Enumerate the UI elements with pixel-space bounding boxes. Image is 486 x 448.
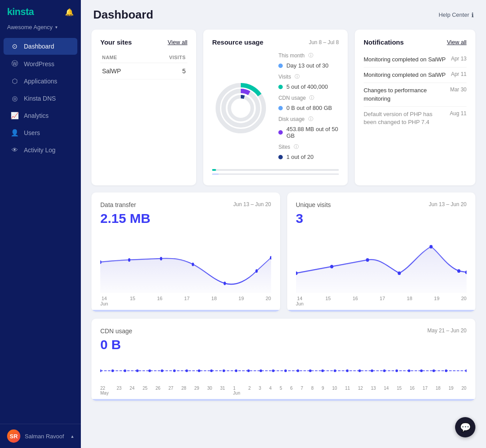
notifications-title: Notifications [364,38,404,46]
notif-date: Aug 11 [450,110,467,126]
disk-value: 453.88 MB out of 50 GB [286,126,339,139]
svg-point-4 [229,97,252,120]
dot-visits [278,85,283,89]
svg-point-25 [161,369,163,372]
sites-label: Sites [278,144,290,150]
sidebar-item-wordpress[interactable]: Ⓦ WordPress [4,55,77,72]
notif-text: Monitoring completed on SalWP [364,56,446,64]
charts-row: Data transfer Jun 13 – Jun 20 2.15 MB [91,192,475,312]
notif-item: Default version of PHP has been changed … [364,107,467,130]
notifications-list: Monitoring completed on SalWP Apr 13 Mon… [364,52,467,130]
svg-point-29 [210,369,213,372]
svg-point-44 [395,369,398,372]
disk-label: Disk usage [278,116,304,122]
sidebar-nav: ⊙ Dashboard Ⓦ WordPress ⬡ Applications ◎… [0,36,81,424]
data-transfer-header: Data transfer Jun 13 – Jun 20 [100,201,271,208]
agency-selector[interactable]: Awesome Agency ▾ [0,22,81,36]
site-name: SalWP [100,63,146,79]
info-icon: ⓘ [308,116,313,122]
sidebar-item-analytics[interactable]: 📈 Analytics [4,107,77,124]
svg-point-34 [272,369,274,372]
cdn-x-axis: 22May 23 24 25 26 27 28 29 30 31 1Jun 2 … [100,384,467,399]
scrollbar-thumb [287,310,476,312]
help-center-link[interactable]: Help Center ℹ [439,11,474,19]
svg-point-43 [383,369,386,372]
sidebar-item-label: Dashboard [24,43,54,50]
user-name: Salman Ravoof [25,433,64,440]
resource-date-range: Jun 8 – Jul 8 [309,39,339,45]
notifications-card: Notifications View all Monitoring comple… [355,30,475,185]
sidebar-item-label: Applications [24,78,57,85]
cdn-range: May 21 – Jun 20 [427,328,467,335]
sidebar-item-users[interactable]: 👤 Users [4,124,77,141]
sidebar-item-label: Activity Log [24,147,56,154]
notif-date: Apr 13 [451,56,467,64]
resource-card-title: Resource usage [212,38,263,46]
cdn-value: 0 B out of 800 GB [286,105,332,111]
applications-icon: ⬡ [11,77,19,85]
data-transfer-scrollbar[interactable] [91,310,280,312]
sidebar-item-label: Users [24,129,40,136]
cdn-svg [100,358,467,384]
info-icon: ℹ [471,11,474,19]
sidebar-item-activity-log[interactable]: 👁 Activity Log [4,142,77,158]
unique-visits-x-axis: 14Jun 15 16 17 18 19 20 [296,293,467,310]
resource-row-visits-label: Visits ⓘ [278,73,339,80]
unique-visits-card: Unique visits Jun 13 – Jun 20 3 [287,192,476,312]
svg-point-23 [136,369,139,372]
data-transfer-value: 2.15 MB [100,211,271,226]
progress-fill-1 [212,169,216,171]
svg-point-16 [398,271,401,275]
unique-visits-value: 3 [296,211,467,226]
progress-bars [212,169,339,175]
sidebar-item-dashboard[interactable]: ⊙ Dashboard [4,38,77,55]
page-title: Dashboard [93,8,153,22]
svg-point-45 [408,369,410,372]
svg-point-15 [366,258,369,262]
help-center-label: Help Center [439,11,469,18]
svg-point-24 [148,369,151,372]
dot-sites [278,155,283,159]
svg-point-14 [330,265,333,268]
notif-date: Mar 30 [450,87,467,102]
user-profile[interactable]: SR Salman Ravoof ▴ [0,424,81,448]
data-transfer-chart-area [100,231,271,293]
notif-text: Changes to performance monitoring [364,87,446,102]
donut-chart [212,79,270,137]
unique-visits-scrollbar[interactable] [287,310,476,312]
data-transfer-svg [100,231,271,293]
sidebar-item-applications[interactable]: ⬡ Applications [4,73,77,90]
svg-point-46 [420,369,423,372]
svg-point-28 [198,369,201,372]
svg-point-21 [111,369,114,372]
data-transfer-range: Jun 13 – Jun 20 [233,201,271,207]
site-visits: 5 [146,63,187,79]
table-row[interactable]: SalWP 5 [100,63,187,79]
sidebar-item-label: Kinsta DNS [24,95,56,102]
avatar: SR [7,429,20,443]
analytics-icon: 📈 [11,112,19,120]
sites-view-all[interactable]: View all [168,39,188,45]
cdn-scrollbar[interactable] [91,399,475,401]
chat-bubble-button[interactable]: 💬 [455,417,475,437]
wordpress-icon: Ⓦ [11,60,19,68]
bell-icon[interactable]: 🔔 [65,8,74,16]
svg-point-22 [124,369,126,372]
content-area: Your sites View all NAME VISITS SalWP 5 [81,26,486,418]
notif-item: Monitoring completed on SalWP Apr 11 [364,68,467,83]
resource-card: Resource usage Jun 8 – Jul 8 [203,30,348,185]
sites-table: NAME VISITS SalWP 5 [100,52,187,79]
scrollbar-thumb [91,310,280,312]
svg-point-42 [371,369,373,372]
data-transfer-card: Data transfer Jun 13 – Jun 20 2.15 MB [91,192,280,312]
unique-visits-svg [296,231,467,293]
notif-text: Default version of PHP has been changed … [364,110,445,126]
notifications-header: Notifications View all [364,38,467,46]
svg-point-11 [255,269,258,273]
cards-row-1: Your sites View all NAME VISITS SalWP 5 [91,30,475,185]
sidebar-item-kinsta-dns[interactable]: ◎ Kinsta DNS [4,90,77,107]
notifications-view-all[interactable]: View all [447,39,467,45]
resource-stats: This month ⓘ Day 13 out of 30 Visits ⓘ [278,52,339,164]
svg-point-33 [260,369,262,372]
svg-point-7 [128,258,130,262]
